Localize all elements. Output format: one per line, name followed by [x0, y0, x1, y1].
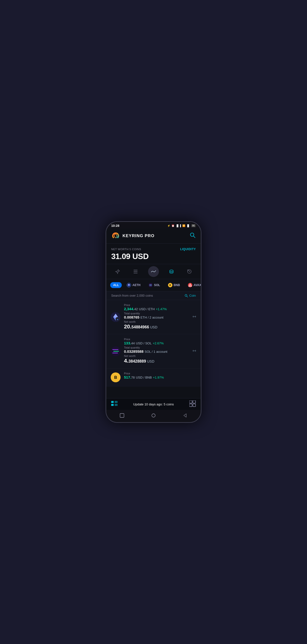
svg-point-39 — [152, 414, 155, 417]
chain-pill-bnb-label: BNB — [174, 284, 180, 287]
svg-rect-31 — [111, 404, 114, 406]
search-bar-text: Search from over 2,000 coins — [111, 294, 153, 298]
coin-search-button[interactable]: Coin — [184, 294, 196, 298]
chain-filter: ALL AETH — [106, 279, 201, 291]
eth-worth-unit: USD — [150, 325, 158, 329]
eth-qty-row: Total quantity 0.008765 ETH / 2 account — [124, 312, 189, 320]
bottom-bar: Update 10 days ago: 5 coins — [106, 398, 201, 410]
sol-price-value: 133.44 USD / SOL +2.67% — [124, 341, 189, 345]
nav-tabs — [106, 264, 201, 279]
svg-point-17 — [185, 294, 187, 296]
svg-point-0 — [114, 234, 117, 238]
tab-list[interactable] — [130, 266, 141, 277]
status-icons: ⚡ ⏰ ▐▌▐ 🛜 ▐▌ 86 — [167, 224, 196, 227]
svg-text:◈: ◈ — [117, 318, 118, 320]
status-time: 10:28 — [111, 224, 119, 228]
alarm-icon: ⏰ — [172, 224, 174, 227]
chain-pill-sol-label: SOL — [154, 284, 160, 287]
coin-item-sol[interactable]: Price 133.44 USD / SOL +2.67% Total quan… — [106, 334, 201, 368]
tab-chart[interactable] — [148, 266, 159, 277]
sol-qty-decimal: 03285588 — [127, 349, 144, 354]
svg-point-6 — [170, 270, 173, 271]
aeth-icon — [127, 284, 130, 287]
signal-icon: ▐▌▐ — [176, 224, 181, 227]
sol-worth-value: 4.38428889 USD — [124, 358, 189, 364]
eth-qty-value: 0.008765 ETH / 2 account — [124, 315, 189, 320]
bnb-price-value: 517.78 USD / BNB +1.97% — [124, 375, 197, 380]
eth-details: Price 2,344.42 USD / ETH +1.47% Total qu… — [124, 304, 189, 330]
sol-worth-decimal: 38428889 — [128, 359, 146, 363]
wifi-icon: 🛜 — [182, 224, 185, 227]
svg-rect-4 — [134, 271, 138, 272]
sol-price-unit: USD / SOL — [136, 342, 152, 345]
network-icon: ▐▌ — [186, 224, 190, 227]
tab-history[interactable] — [184, 266, 195, 277]
android-home-btn[interactable] — [148, 412, 158, 419]
svg-rect-37 — [193, 404, 196, 406]
avax-icon — [188, 284, 192, 287]
coin-item-eth[interactable]: ◈ Price 2,344.42 USD / ETH +1.47% Total … — [106, 300, 201, 334]
tab-pin[interactable] — [112, 266, 123, 277]
sol-qty-value: 0.03285588 SOL / 1 account — [124, 349, 189, 354]
bnb-logo: B — [110, 372, 121, 383]
sol-qty-row: Total quantity 0.03285588 SOL / 1 accoun… — [124, 346, 189, 354]
sol-price-row: Price 133.44 USD / SOL +2.67% — [124, 338, 189, 345]
header-search-button[interactable] — [190, 232, 196, 240]
sol-expand-icon[interactable] — [192, 348, 197, 354]
bnb-price-main: 517. — [124, 375, 131, 379]
eth-price-value: 2,344.42 USD / ETH +1.47% — [124, 307, 189, 311]
eth-worth-label: Net worth — [124, 320, 189, 323]
net-worth-section: NET WORTH 5 COINS LIQUIDITY 31.09 USD — [106, 244, 201, 264]
status-bar: 10:28 ⚡ ⏰ ▐▌▐ 🛜 ▐▌ 86 — [106, 222, 201, 228]
android-back-btn[interactable] — [180, 412, 190, 419]
android-square-btn[interactable] — [117, 412, 127, 419]
svg-rect-33 — [115, 404, 118, 406]
eth-logo: ◈ — [110, 312, 121, 322]
bnb-price-unit: USD / BNB — [136, 376, 152, 379]
chain-pill-avax[interactable]: AVAX — [185, 282, 201, 288]
liquidity-button[interactable]: LIQUIDITY — [180, 248, 196, 251]
eth-price-change: +1.47% — [156, 307, 166, 311]
grid-view-icon[interactable] — [190, 400, 196, 408]
bnb-price-label: Price — [124, 372, 197, 375]
net-worth-value: 31.09 USD — [111, 252, 196, 261]
svg-rect-30 — [111, 401, 114, 403]
chain-pill-all[interactable]: ALL — [110, 282, 122, 288]
coin-item-bnb[interactable]: B Price 517.78 USD / BNB +1.97% — [106, 368, 201, 386]
sol-price-change: +2.67% — [153, 342, 164, 345]
svg-rect-34 — [190, 400, 192, 403]
coin-list: ◈ Price 2,344.42 USD / ETH +1.47% Total … — [106, 300, 201, 398]
sol-worth-main: 4. — [124, 358, 128, 364]
chain-pill-aeth[interactable]: AETH — [124, 282, 144, 288]
eth-worth-decimal: 54884966 — [132, 325, 149, 329]
battery-icon: 86 — [191, 224, 196, 227]
sol-details: Price 133.44 USD / SOL +2.67% Total quan… — [124, 338, 189, 365]
bnb-details: Price 517.78 USD / BNB +1.97% — [124, 372, 197, 380]
chain-pill-all-label: ALL — [113, 284, 119, 287]
eth-price-label: Price — [124, 304, 189, 306]
eth-worth-row: Net worth 20.54884966 USD — [124, 320, 189, 330]
eth-price-main: 2,344. — [124, 307, 134, 311]
chain-pill-bnb[interactable]: B BNB — [165, 282, 183, 288]
svg-rect-36 — [190, 404, 192, 406]
list-view-icon[interactable] — [111, 401, 118, 407]
android-nav-bar — [106, 410, 201, 422]
update-text: Update 10 days ago: 5 coins — [133, 402, 174, 406]
tab-stack[interactable] — [166, 266, 177, 277]
chain-pill-sol[interactable]: SOL — [146, 282, 163, 288]
sol-worth-row: Net worth 4.38428889 USD — [124, 354, 189, 364]
svg-marker-40 — [184, 414, 186, 417]
eth-price-unit: USD / ETH — [139, 307, 155, 311]
eth-worth-value: 20.54884966 USD — [124, 324, 189, 330]
eth-qty-decimal: 008765 — [127, 315, 140, 319]
phone-frame: 10:28 ⚡ ⏰ ▐▌▐ 🛜 ▐▌ 86 — [106, 221, 202, 423]
sol-price-decimal: 44 — [131, 342, 134, 345]
svg-rect-5 — [134, 273, 138, 273]
svg-text:B: B — [114, 376, 117, 380]
eth-expand-icon[interactable] — [192, 314, 197, 320]
eth-qty-label: Total quantity — [124, 312, 189, 315]
sol-worth-unit: USD — [147, 360, 154, 363]
bnb-price-decimal: 78 — [131, 376, 134, 379]
sol-worth-label: Net worth — [124, 354, 189, 358]
sol-qty-main: 0. — [124, 349, 127, 354]
